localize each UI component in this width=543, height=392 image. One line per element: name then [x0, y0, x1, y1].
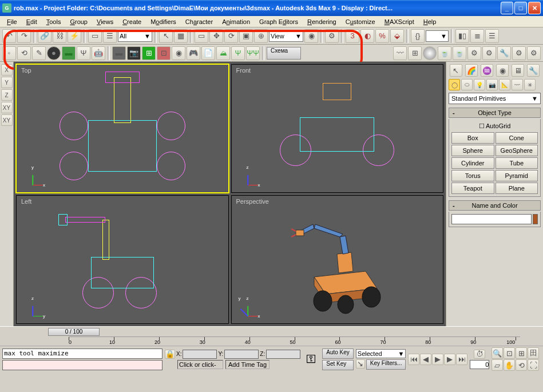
- goto-start-button[interactable]: ⏮: [408, 354, 419, 365]
- select-region-button[interactable]: ▦: [174, 29, 188, 43]
- fov-button[interactable]: ▱: [492, 359, 503, 371]
- time-config-button[interactable]: ⏱: [474, 350, 485, 359]
- shapes-subtab[interactable]: ⬭: [461, 79, 473, 90]
- constrain-xy[interactable]: XY: [1, 102, 13, 113]
- percent-snap-button[interactable]: %: [375, 29, 389, 43]
- robsim-grass-icon[interactable]: Ψ: [231, 46, 245, 60]
- time-slider-handle[interactable]: 0 / 100: [48, 328, 100, 336]
- menu-create[interactable]: Create: [118, 17, 146, 26]
- category-dropdown[interactable]: Standard Primitives▼: [449, 93, 541, 104]
- center-button[interactable]: ◉: [304, 29, 318, 43]
- teapot-button[interactable]: Teapot: [451, 183, 494, 194]
- robsim-tool-3[interactable]: ✎: [32, 46, 46, 60]
- hierarchy-tab[interactable]: ♒: [481, 64, 493, 77]
- robsim-robot-icon[interactable]: 🤖: [92, 46, 105, 60]
- move-button[interactable]: ✥: [209, 29, 223, 43]
- undo-button[interactable]: ↶: [2, 29, 16, 43]
- maxscript-listener[interactable]: [2, 349, 162, 359]
- viewport-front[interactable]: Front xz: [231, 64, 444, 193]
- reactor-3[interactable]: 🔧: [497, 46, 511, 60]
- lights-subtab[interactable]: 💡: [474, 79, 485, 90]
- robsim-tool-1[interactable]: ◦: [2, 46, 16, 60]
- systems-subtab[interactable]: ✳: [524, 79, 536, 90]
- robsim-doc-icon[interactable]: 📄: [201, 46, 215, 60]
- scale-button[interactable]: ▣: [239, 29, 253, 43]
- zoom-all-button[interactable]: ⊡: [504, 347, 515, 359]
- robsim-terrain-icon[interactable]: ⛰: [216, 46, 230, 60]
- robsim-controller-icon[interactable]: 🎮: [187, 46, 200, 60]
- object-name-input[interactable]: [451, 214, 532, 224]
- robsim-camera-icon[interactable]: 📷: [127, 46, 141, 60]
- angle-snap-button[interactable]: ◐: [360, 29, 374, 43]
- time-ruler[interactable]: 0 10 20 30 40 50 60 70 80 90 100: [69, 336, 520, 346]
- next-frame-button[interactable]: ▶: [444, 354, 455, 365]
- y-input[interactable]: [224, 350, 259, 359]
- window-crossing-button[interactable]: ▭: [195, 29, 208, 43]
- material-button[interactable]: [423, 46, 437, 60]
- refsys-button[interactable]: ⊕: [254, 29, 268, 43]
- menu-animation[interactable]: Animation: [217, 17, 255, 26]
- menu-tools[interactable]: Tools: [42, 17, 66, 26]
- x-input[interactable]: [183, 350, 217, 359]
- object-color-swatch[interactable]: [533, 214, 538, 224]
- display-tab[interactable]: 🖥: [512, 64, 524, 77]
- utilities-tab[interactable]: 🔧: [527, 64, 540, 77]
- zoom-extents-button[interactable]: ⊞: [516, 347, 527, 359]
- menu-help[interactable]: Help: [419, 17, 441, 26]
- reactor-4[interactable]: ⚙: [512, 46, 526, 60]
- viewport-top[interactable]: Top xy: [16, 64, 229, 193]
- constrain-xy2[interactable]: XY: [1, 114, 13, 126]
- select-button[interactable]: ▭: [88, 29, 102, 43]
- reactor-1[interactable]: ⚙: [467, 46, 481, 60]
- play-button[interactable]: ▶: [432, 354, 443, 365]
- align-button[interactable]: ≣: [470, 29, 484, 43]
- named-selset-dropdown[interactable]: ▼: [426, 30, 449, 42]
- cone-button[interactable]: Cone: [496, 132, 538, 144]
- menu-group[interactable]: Group: [65, 17, 92, 26]
- pyramid-button[interactable]: Pyramid: [496, 170, 538, 181]
- goto-end-button[interactable]: ⏭: [456, 354, 467, 365]
- constrain-y[interactable]: Y: [1, 77, 13, 88]
- select-name-button[interactable]: ☰: [103, 29, 117, 43]
- menu-customize[interactable]: Customize: [341, 17, 380, 26]
- sphere-button[interactable]: Sphere: [451, 145, 494, 156]
- object-type-rollout-header[interactable]: Object Type: [449, 108, 541, 118]
- menu-maxscript[interactable]: MAXScript: [380, 17, 419, 26]
- cylinder-button[interactable]: Cylinder: [451, 157, 494, 169]
- viewport-perspective[interactable]: Perspective: [231, 195, 444, 324]
- time-slider[interactable]: 0 / 100: [0, 326, 543, 336]
- zoom-extents-all-button[interactable]: 田: [528, 347, 539, 359]
- robsim-motor-icon[interactable]: ▬: [112, 46, 126, 60]
- bind-spacewarp-button[interactable]: ⚡: [68, 29, 81, 43]
- pan-button[interactable]: ✋: [504, 359, 515, 371]
- constrain-x[interactable]: X: [1, 64, 13, 76]
- robsim-schema-button[interactable]: Схема: [267, 47, 301, 60]
- robsim-sensor-icon[interactable]: ◉: [172, 46, 185, 60]
- key-toggle[interactable]: ↘: [356, 359, 365, 369]
- menu-rendering[interactable]: Rendering: [303, 17, 341, 26]
- link-button[interactable]: 🔗: [38, 29, 51, 43]
- schematic-button[interactable]: ⊞: [408, 46, 422, 60]
- manip-button[interactable]: ⚙: [325, 29, 339, 43]
- key-icon[interactable]: ⚿: [303, 353, 320, 365]
- maximize-button[interactable]: □: [514, 2, 527, 14]
- tube-button[interactable]: Tube: [496, 157, 538, 169]
- zoom-button[interactable]: 🔍: [492, 347, 503, 359]
- unlink-button[interactable]: ⛓: [53, 29, 66, 43]
- robsim-tool-2[interactable]: ⟲: [17, 46, 31, 60]
- maxscript-output[interactable]: [2, 360, 162, 370]
- snap-button[interactable]: 3: [346, 29, 359, 43]
- cursor-button[interactable]: ↖: [159, 29, 173, 43]
- geometry-subtab[interactable]: ◯: [449, 79, 460, 90]
- robsim-grass2-icon[interactable]: ΨΨ: [246, 46, 260, 60]
- robsim-gripper-icon[interactable]: Ψ: [77, 46, 90, 60]
- selection-filter-dropdown[interactable]: All▼: [118, 30, 152, 42]
- refsys-dropdown[interactable]: View▼: [269, 30, 303, 42]
- menu-grapheditors[interactable]: Graph Editors: [255, 17, 303, 26]
- layers-button[interactable]: ☰: [485, 29, 499, 43]
- autokey-button[interactable]: Auto Key: [322, 349, 354, 359]
- rotate-button[interactable]: ⟳: [224, 29, 238, 43]
- mirror-button[interactable]: ▮▯: [455, 29, 469, 43]
- add-time-tag[interactable]: Add Time Tag: [225, 360, 269, 369]
- box-button[interactable]: Box: [451, 132, 494, 144]
